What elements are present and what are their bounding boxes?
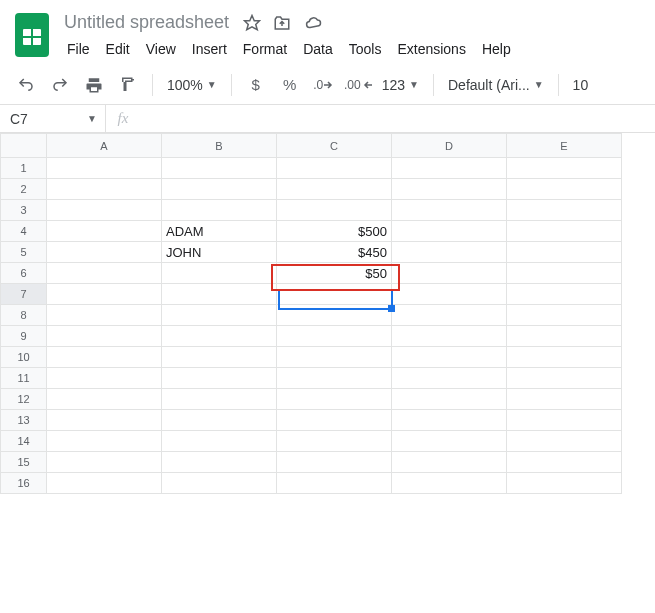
cell-E11[interactable] (507, 368, 622, 389)
cell-B1[interactable] (162, 158, 277, 179)
menu-help[interactable]: Help (475, 37, 518, 61)
paint-format-button[interactable] (114, 71, 142, 99)
cell-B5[interactable]: JOHN (162, 242, 277, 263)
cell-D12[interactable] (392, 389, 507, 410)
move-icon[interactable] (273, 14, 291, 32)
cell-C12[interactable] (277, 389, 392, 410)
row-head-15[interactable]: 15 (1, 452, 47, 473)
cell-D15[interactable] (392, 452, 507, 473)
star-icon[interactable] (243, 14, 261, 32)
menu-view[interactable]: View (139, 37, 183, 61)
cell-B9[interactable] (162, 326, 277, 347)
cell-B14[interactable] (162, 431, 277, 452)
spreadsheet-grid[interactable]: ABCDE1234ADAM$5005JOHN$4506$507891011121… (0, 133, 655, 494)
cell-A14[interactable] (47, 431, 162, 452)
cell-E15[interactable] (507, 452, 622, 473)
redo-button[interactable] (46, 71, 74, 99)
cell-C1[interactable] (277, 158, 392, 179)
cell-D1[interactable] (392, 158, 507, 179)
cell-A8[interactable] (47, 305, 162, 326)
cell-C13[interactable] (277, 410, 392, 431)
row-head-13[interactable]: 13 (1, 410, 47, 431)
cell-D7[interactable] (392, 284, 507, 305)
row-head-1[interactable]: 1 (1, 158, 47, 179)
cell-E14[interactable] (507, 431, 622, 452)
cell-E3[interactable] (507, 200, 622, 221)
cell-E1[interactable] (507, 158, 622, 179)
cell-B6[interactable] (162, 263, 277, 284)
cell-D8[interactable] (392, 305, 507, 326)
cell-C5[interactable]: $450 (277, 242, 392, 263)
select-all-corner[interactable] (1, 134, 47, 158)
sheets-logo[interactable] (12, 8, 52, 62)
row-head-8[interactable]: 8 (1, 305, 47, 326)
cell-C14[interactable] (277, 431, 392, 452)
cell-E8[interactable] (507, 305, 622, 326)
font-select[interactable]: Default (Ari...▼ (444, 77, 548, 93)
row-head-2[interactable]: 2 (1, 179, 47, 200)
cell-E2[interactable] (507, 179, 622, 200)
cell-D10[interactable] (392, 347, 507, 368)
cell-A13[interactable] (47, 410, 162, 431)
menu-tools[interactable]: Tools (342, 37, 389, 61)
cell-D3[interactable] (392, 200, 507, 221)
col-head-D[interactable]: D (392, 134, 507, 158)
cell-B11[interactable] (162, 368, 277, 389)
cell-C10[interactable] (277, 347, 392, 368)
cell-A9[interactable] (47, 326, 162, 347)
cell-A2[interactable] (47, 179, 162, 200)
row-head-10[interactable]: 10 (1, 347, 47, 368)
cell-C9[interactable] (277, 326, 392, 347)
row-head-3[interactable]: 3 (1, 200, 47, 221)
menu-extensions[interactable]: Extensions (390, 37, 472, 61)
cell-B4[interactable]: ADAM (162, 221, 277, 242)
col-head-A[interactable]: A (47, 134, 162, 158)
formula-input[interactable] (140, 105, 655, 132)
cell-E13[interactable] (507, 410, 622, 431)
cell-A1[interactable] (47, 158, 162, 179)
row-head-11[interactable]: 11 (1, 368, 47, 389)
cell-E9[interactable] (507, 326, 622, 347)
font-size-input[interactable]: 10 (569, 77, 593, 93)
cell-D6[interactable] (392, 263, 507, 284)
row-head-6[interactable]: 6 (1, 263, 47, 284)
cell-C7[interactable] (277, 284, 392, 305)
cell-A4[interactable] (47, 221, 162, 242)
cell-E10[interactable] (507, 347, 622, 368)
menu-insert[interactable]: Insert (185, 37, 234, 61)
cell-D5[interactable] (392, 242, 507, 263)
cell-D13[interactable] (392, 410, 507, 431)
cell-D4[interactable] (392, 221, 507, 242)
cell-E7[interactable] (507, 284, 622, 305)
row-head-14[interactable]: 14 (1, 431, 47, 452)
cell-A7[interactable] (47, 284, 162, 305)
cell-A10[interactable] (47, 347, 162, 368)
print-button[interactable] (80, 71, 108, 99)
cell-A12[interactable] (47, 389, 162, 410)
cell-D11[interactable] (392, 368, 507, 389)
col-head-C[interactable]: C (277, 134, 392, 158)
cell-C16[interactable] (277, 473, 392, 494)
row-head-9[interactable]: 9 (1, 326, 47, 347)
cell-A15[interactable] (47, 452, 162, 473)
cloud-status-icon[interactable] (303, 14, 323, 32)
format-currency-button[interactable]: $ (242, 71, 270, 99)
cell-B16[interactable] (162, 473, 277, 494)
name-box[interactable]: C7 ▼ (0, 105, 106, 132)
cell-E12[interactable] (507, 389, 622, 410)
menu-edit[interactable]: Edit (99, 37, 137, 61)
cell-A5[interactable] (47, 242, 162, 263)
cell-B7[interactable] (162, 284, 277, 305)
row-head-7[interactable]: 7 (1, 284, 47, 305)
row-head-12[interactable]: 12 (1, 389, 47, 410)
cell-B13[interactable] (162, 410, 277, 431)
cell-C4[interactable]: $500 (277, 221, 392, 242)
undo-button[interactable] (12, 71, 40, 99)
row-head-5[interactable]: 5 (1, 242, 47, 263)
decrease-decimal-button[interactable]: .0 (310, 71, 338, 99)
cell-D9[interactable] (392, 326, 507, 347)
cell-C11[interactable] (277, 368, 392, 389)
cell-D14[interactable] (392, 431, 507, 452)
cell-E4[interactable] (507, 221, 622, 242)
cell-D16[interactable] (392, 473, 507, 494)
